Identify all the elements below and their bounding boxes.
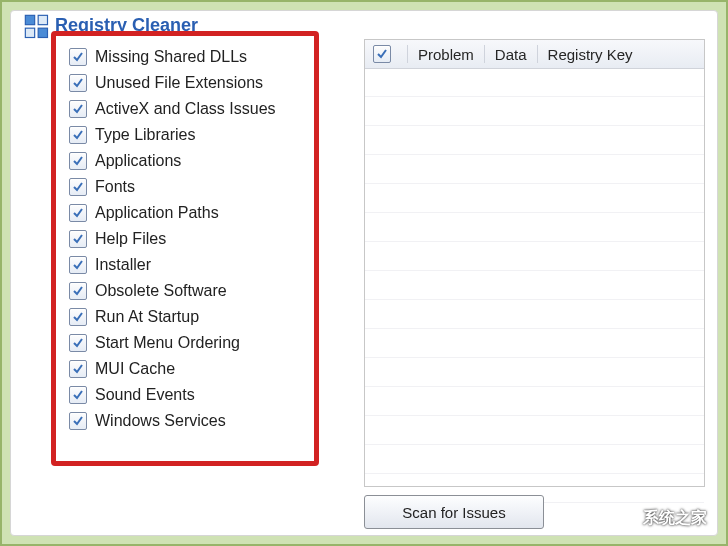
category-checkbox[interactable] — [69, 152, 87, 170]
category-item[interactable]: Missing Shared DLLs — [69, 44, 309, 70]
category-item[interactable]: Start Menu Ordering — [69, 330, 309, 356]
category-checkbox[interactable] — [69, 308, 87, 326]
category-checkbox[interactable] — [69, 230, 87, 248]
category-label: Missing Shared DLLs — [95, 48, 247, 66]
category-label: Sound Events — [95, 386, 195, 404]
category-item[interactable]: Obsolete Software — [69, 278, 309, 304]
results-row-empty — [365, 300, 704, 329]
category-item[interactable]: Windows Services — [69, 408, 309, 434]
category-checkbox[interactable] — [69, 256, 87, 274]
results-row-empty — [365, 184, 704, 213]
category-item[interactable]: Applications — [69, 148, 309, 174]
category-checkbox[interactable] — [69, 178, 87, 196]
column-problem[interactable]: Problem — [408, 46, 484, 63]
svg-marker-4 — [609, 507, 635, 529]
column-registry-key[interactable]: Registry Key — [538, 46, 704, 63]
category-checkbox[interactable] — [69, 282, 87, 300]
category-item[interactable]: Sound Events — [69, 382, 309, 408]
category-checkbox[interactable] — [69, 204, 87, 222]
svg-rect-0 — [25, 15, 34, 24]
select-all-checkbox[interactable] — [373, 45, 391, 63]
category-checkbox[interactable] — [69, 74, 87, 92]
category-label: Applications — [95, 152, 181, 170]
category-label: ActiveX and Class Issues — [95, 100, 276, 118]
results-row-empty — [365, 242, 704, 271]
registry-cleaner-window: Registry Cleaner Missing Shared DLLsUnus… — [10, 10, 718, 536]
category-label: MUI Cache — [95, 360, 175, 378]
page-title: Registry Cleaner — [55, 15, 198, 36]
results-panel: Problem Data Registry Key — [364, 39, 705, 487]
results-row-empty — [365, 387, 704, 416]
category-label: Start Menu Ordering — [95, 334, 240, 352]
results-row-empty — [365, 68, 704, 97]
results-row-empty — [365, 445, 704, 474]
scan-for-issues-button[interactable]: Scan for Issues — [364, 495, 544, 529]
category-label: Type Libraries — [95, 126, 196, 144]
results-row-empty — [365, 329, 704, 358]
category-item[interactable]: Application Paths — [69, 200, 309, 226]
category-checkbox[interactable] — [69, 126, 87, 144]
column-data[interactable]: Data — [485, 46, 537, 63]
results-header: Problem Data Registry Key — [365, 40, 704, 69]
category-label: Installer — [95, 256, 151, 274]
category-item[interactable]: Installer — [69, 252, 309, 278]
category-item[interactable]: MUI Cache — [69, 356, 309, 382]
category-item[interactable]: Run At Startup — [69, 304, 309, 330]
results-row-empty — [365, 416, 704, 445]
svg-rect-2 — [25, 28, 34, 37]
category-item[interactable]: Type Libraries — [69, 122, 309, 148]
category-label: Help Files — [95, 230, 166, 248]
svg-rect-5 — [618, 519, 626, 529]
category-label: Windows Services — [95, 412, 226, 430]
category-label: Run At Startup — [95, 308, 199, 326]
results-body — [365, 68, 704, 486]
category-checkbox[interactable] — [69, 100, 87, 118]
category-checkbox[interactable] — [69, 334, 87, 352]
scan-button-label: Scan for Issues — [402, 504, 505, 521]
results-row-empty — [365, 358, 704, 387]
category-label: Application Paths — [95, 204, 219, 222]
watermark: 系统之家 — [607, 505, 707, 531]
results-row-empty — [365, 213, 704, 242]
registry-cleaner-icon — [23, 13, 51, 44]
category-checkbox[interactable] — [69, 412, 87, 430]
category-item[interactable]: Fonts — [69, 174, 309, 200]
results-row-empty — [365, 97, 704, 126]
category-label: Obsolete Software — [95, 282, 227, 300]
category-checkbox[interactable] — [69, 360, 87, 378]
category-checkbox[interactable] — [69, 48, 87, 66]
category-checkbox[interactable] — [69, 386, 87, 404]
category-item[interactable]: Help Files — [69, 226, 309, 252]
category-list: Missing Shared DLLsUnused File Extension… — [69, 44, 309, 434]
category-label: Fonts — [95, 178, 135, 196]
category-label: Unused File Extensions — [95, 74, 263, 92]
results-row-empty — [365, 271, 704, 300]
svg-rect-1 — [38, 15, 47, 24]
results-row-empty — [365, 155, 704, 184]
results-row-empty — [365, 126, 704, 155]
category-item[interactable]: Unused File Extensions — [69, 70, 309, 96]
svg-rect-3 — [38, 28, 47, 37]
category-item[interactable]: ActiveX and Class Issues — [69, 96, 309, 122]
